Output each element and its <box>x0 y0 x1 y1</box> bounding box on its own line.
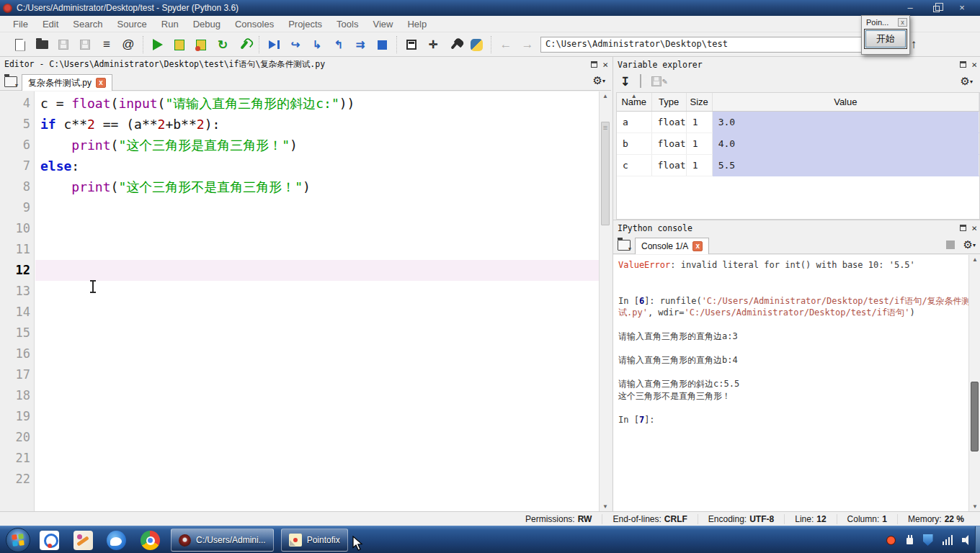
debug-step-button[interactable]: ↪ <box>287 36 304 53</box>
code-line-11[interactable]: 11 <box>0 239 599 260</box>
code-line-22[interactable]: 22 <box>0 469 599 490</box>
pointofix-start-button[interactable]: 开始 <box>865 30 906 48</box>
column-header-type[interactable]: Type <box>651 93 686 111</box>
scroll-up-icon[interactable]: ▲ <box>600 93 611 99</box>
code-line-12[interactable]: 12 <box>0 260 599 281</box>
editor-options-gear-icon[interactable]: ⚙ <box>593 74 605 87</box>
console-scroll-up-icon[interactable]: ▲ <box>969 256 980 263</box>
menu-item-search[interactable]: Search <box>66 17 110 31</box>
run-cell-advance-button[interactable] <box>192 36 210 53</box>
variable-explorer-header[interactable]: Variable explorer × <box>613 57 980 72</box>
code-line-16[interactable]: 16 <box>0 343 599 364</box>
quicklaunch-paint-icon[interactable] <box>74 531 93 550</box>
menu-item-consoles[interactable]: Consoles <box>228 17 281 31</box>
variable-value[interactable]: 3.0 <box>712 111 979 132</box>
debug-stop-button[interactable] <box>373 36 391 53</box>
column-header-name[interactable]: Name▲ <box>617 93 651 111</box>
code-line-20[interactable]: 20 <box>0 427 599 448</box>
variable-row-c[interactable]: cfloat15.5 <box>617 154 979 176</box>
varexp-undock-icon[interactable] <box>960 61 966 68</box>
code-line-17[interactable]: 17 <box>0 364 599 385</box>
menu-item-edit[interactable]: Edit <box>35 17 66 31</box>
save-data-button[interactable] <box>640 75 641 88</box>
tray-network-signal-icon[interactable] <box>943 535 953 545</box>
console-options-gear-icon[interactable]: ⚙ <box>963 238 976 251</box>
column-header-size[interactable]: Size <box>686 93 712 111</box>
variable-value[interactable]: 5.5 <box>712 154 979 176</box>
console-output[interactable]: ValueError: invalid literal for int() wi… <box>613 255 968 511</box>
varexp-options-gear-icon[interactable]: ⚙ <box>961 75 973 88</box>
variable-type[interactable]: float <box>651 111 686 132</box>
save-button[interactable] <box>55 36 72 53</box>
code-line-5[interactable]: 5if c**2 == (a**2+b**2): <box>0 114 599 135</box>
debug-file-button[interactable] <box>265 36 282 53</box>
variable-type[interactable]: float <box>651 132 686 154</box>
working-directory-input[interactable]: C:\Users\Administrator\Desktop\test <box>540 37 866 53</box>
variables-table[interactable]: Name▲TypeSizeValueafloat13.0bfloat14.0cf… <box>617 93 979 176</box>
menu-item-file[interactable]: File <box>6 17 35 31</box>
debug-step-return-button[interactable]: ↰ <box>330 36 347 53</box>
interrupt-kernel-icon[interactable] <box>946 240 955 249</box>
back-button[interactable]: ← <box>497 37 514 52</box>
symbol-finder-button[interactable]: @ <box>120 36 137 53</box>
new-file-button[interactable] <box>12 36 29 53</box>
pointofix-window[interactable]: Poin... x 开始 <box>861 15 910 55</box>
save-data-as-button[interactable]: ✎ <box>651 76 667 86</box>
variable-row-a[interactable]: afloat13.0 <box>617 111 979 132</box>
taskbar-button-spyder[interactable]: C:/Users/Admini... <box>171 529 274 552</box>
variable-type[interactable]: float <box>651 154 686 176</box>
editor-scrollbar-thumb[interactable] <box>601 122 610 225</box>
console-scrollbar-thumb[interactable] <box>971 382 979 451</box>
console-close-icon[interactable]: × <box>971 225 977 231</box>
code-line-9[interactable]: 9 <box>0 197 599 218</box>
debug-continue-button[interactable]: ⇉ <box>352 36 369 53</box>
debug-step-into-button[interactable]: ↳ <box>308 36 326 53</box>
varexp-close-icon[interactable]: × <box>971 61 977 68</box>
variable-size[interactable]: 1 <box>686 111 712 132</box>
quicklaunch-browser-icon[interactable] <box>107 531 126 550</box>
start-button[interactable] <box>6 528 30 552</box>
pointofix-close-button[interactable]: x <box>898 18 907 27</box>
run-configure-button[interactable] <box>236 36 253 53</box>
tray-power-plug-icon[interactable] <box>905 535 914 545</box>
variable-row-b[interactable]: bfloat14.0 <box>617 132 979 154</box>
menu-item-help[interactable]: Help <box>400 17 434 31</box>
restore-button[interactable] <box>927 1 945 15</box>
tray-security-shield-icon[interactable] <box>923 534 933 546</box>
variable-size[interactable]: 1 <box>686 154 712 176</box>
editor-close-icon[interactable]: × <box>602 61 608 68</box>
pointofix-titlebar[interactable]: Poin... x <box>862 16 909 28</box>
tray-record-icon[interactable] <box>886 536 896 545</box>
fullscreen-button[interactable]: ✛ <box>424 36 442 53</box>
console-undock-icon[interactable] <box>960 225 966 231</box>
run-cell-button[interactable] <box>171 36 188 53</box>
code-line-18[interactable]: 18 <box>0 385 599 406</box>
tray-volume-icon[interactable] <box>962 535 973 545</box>
taskbar-button-pointofix[interactable]: Pointofix <box>281 529 348 552</box>
show-desktop-button[interactable] <box>975 526 980 553</box>
code-line-8[interactable]: 8 print("这个三角形不是直角三角形！") <box>0 176 599 197</box>
code-line-15[interactable]: 15 <box>0 323 599 343</box>
console-scrollbar[interactable]: ▲ ▼ <box>968 255 980 511</box>
editor-undock-icon[interactable] <box>591 61 597 68</box>
open-file-button[interactable] <box>33 36 50 53</box>
menu-item-debug[interactable]: Debug <box>186 17 228 31</box>
console-pane-header[interactable]: IPython console × <box>613 220 980 235</box>
file-switcher-button[interactable]: ≡ <box>98 36 115 53</box>
scroll-down-icon[interactable]: ▼ <box>600 503 611 510</box>
editor-scrollbar[interactable]: ▲ ▼ <box>599 91 611 511</box>
editor-tab[interactable]: 复杂条件测试.py x <box>22 74 112 91</box>
rerun-button[interactable]: ↻ <box>214 36 231 53</box>
console-tab[interactable]: Console 1/A x <box>635 238 709 254</box>
code-line-19[interactable]: 19 <box>0 406 599 427</box>
close-button[interactable]: × <box>953 1 971 15</box>
python-path-button[interactable] <box>468 36 485 53</box>
quicklaunch-chrome-icon[interactable] <box>141 531 160 550</box>
console-scroll-down-icon[interactable]: ▼ <box>969 503 980 510</box>
quicklaunch-remote-desktop-icon[interactable] <box>40 531 59 550</box>
menu-item-view[interactable]: View <box>365 17 400 31</box>
save-all-button[interactable] <box>76 36 94 53</box>
code-line-14[interactable]: 14 <box>0 302 599 323</box>
forward-button[interactable]: → <box>519 37 536 52</box>
menu-item-tools[interactable]: Tools <box>329 17 365 31</box>
